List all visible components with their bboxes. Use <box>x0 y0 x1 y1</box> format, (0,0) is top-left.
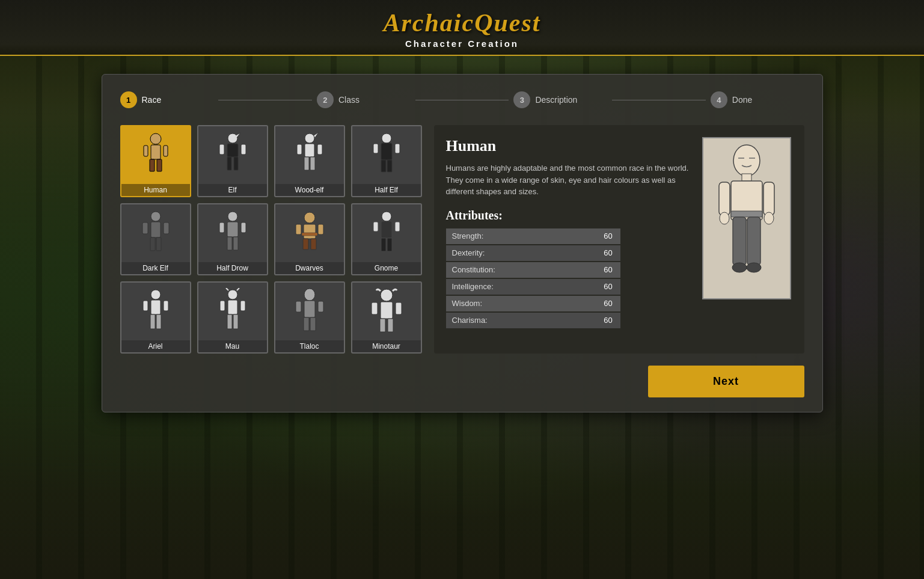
svg-point-67 <box>381 289 393 301</box>
race-label-human: Human <box>121 184 190 196</box>
step-3: 3 Description <box>513 91 607 108</box>
race-card-gnome[interactable]: Gnome <box>351 203 422 275</box>
svg-rect-11 <box>241 144 246 155</box>
race-label-mau: Mau <box>198 340 267 352</box>
race-image-ariel <box>121 283 190 340</box>
svg-rect-23 <box>395 144 400 153</box>
svg-rect-69 <box>380 319 385 332</box>
race-image-elf <box>198 126 267 184</box>
svg-rect-53 <box>143 301 148 311</box>
svg-rect-39 <box>311 239 316 250</box>
svg-rect-50 <box>151 300 161 314</box>
step-circle-1: 1 <box>120 91 137 108</box>
app-title: ArchaicQuest <box>0 8 924 37</box>
svg-rect-19 <box>381 143 392 160</box>
race-card-human[interactable]: Human <box>120 125 191 197</box>
creation-panel: 1 Race 2 Class 3 Description 4 Done <box>102 74 823 412</box>
race-card-tlaloc[interactable]: Tlaloc <box>274 281 345 354</box>
race-label-ariel: Ariel <box>121 340 190 352</box>
race-image-dwarves <box>275 204 344 262</box>
svg-rect-14 <box>304 157 309 170</box>
attr-value-0: 60 <box>596 228 620 244</box>
svg-point-36 <box>304 212 315 223</box>
attr-item-1: Dexterity:60 <box>446 245 620 261</box>
svg-rect-46 <box>387 238 392 251</box>
svg-rect-5 <box>164 146 168 156</box>
race-label-gnome: Gnome <box>352 262 421 274</box>
step-label-3: Description <box>535 95 577 105</box>
svg-point-85 <box>747 263 761 272</box>
attr-value-1: 60 <box>596 245 620 261</box>
attr-name-5: Charisma: <box>446 313 596 328</box>
svg-rect-63 <box>304 317 309 331</box>
svg-rect-25 <box>151 222 161 237</box>
step-circle-3: 3 <box>513 91 530 108</box>
main-area: 1 Race 2 Class 3 Description 4 Done <box>0 56 924 430</box>
svg-rect-4 <box>144 146 148 156</box>
race-label-wood-elf: Wood-elf <box>275 184 344 196</box>
svg-point-84 <box>732 263 747 272</box>
info-panel: Human Humans are highly adaptable and th… <box>434 125 804 354</box>
svg-rect-75 <box>742 174 751 181</box>
attributes-grid: Strength:60Dexterity:60Constitution:60In… <box>446 228 620 328</box>
step-label-2: Class <box>338 95 360 105</box>
svg-rect-27 <box>156 237 161 251</box>
svg-rect-37 <box>304 224 316 239</box>
svg-rect-8 <box>227 157 231 170</box>
svg-rect-78 <box>719 182 730 215</box>
race-card-half-drow[interactable]: Half Drow <box>197 203 268 275</box>
attr-item-2: Constitution:60 <box>446 262 620 278</box>
step-4: 4 Done <box>711 91 804 108</box>
svg-rect-65 <box>296 301 301 312</box>
svg-rect-79 <box>763 182 774 215</box>
race-card-dark-elf[interactable]: Dark Elf <box>120 203 191 275</box>
svg-point-61 <box>304 289 315 301</box>
step-circle-4: 4 <box>711 91 727 108</box>
svg-rect-59 <box>220 301 225 311</box>
race-card-minotaur[interactable]: Minotaur <box>351 281 422 354</box>
race-card-dwarves[interactable]: Dwarves <box>274 203 345 275</box>
svg-rect-64 <box>310 317 316 331</box>
svg-rect-35 <box>241 222 246 233</box>
race-image-half-elf <box>352 126 421 184</box>
svg-rect-2 <box>150 159 155 171</box>
attr-name-4: Wisdom: <box>446 296 596 311</box>
svg-rect-42 <box>302 233 317 236</box>
race-card-mau[interactable]: Mau <box>197 281 268 354</box>
header: ArchaicQuest Character Creation <box>0 0 924 56</box>
svg-point-43 <box>382 212 391 221</box>
svg-rect-32 <box>227 237 232 250</box>
steps-bar: 1 Race 2 Class 3 Description 4 Done <box>120 91 804 108</box>
svg-rect-68 <box>381 302 393 319</box>
svg-rect-33 <box>233 237 238 250</box>
step-line-3 <box>612 100 706 100</box>
race-card-ariel[interactable]: Ariel <box>120 281 191 354</box>
svg-rect-41 <box>318 224 323 234</box>
svg-rect-38 <box>303 239 308 250</box>
race-card-wood-elf[interactable]: Wood-elf <box>274 125 345 197</box>
race-image-half-drow <box>198 204 267 262</box>
step-circle-2: 2 <box>317 91 334 108</box>
svg-rect-45 <box>381 238 386 251</box>
race-image-human <box>121 126 190 184</box>
svg-rect-48 <box>395 222 400 231</box>
svg-rect-56 <box>228 300 237 314</box>
svg-rect-10 <box>219 144 224 155</box>
race-description: Humans are highly adaptable and the most… <box>446 162 693 198</box>
svg-rect-72 <box>396 302 402 314</box>
svg-rect-13 <box>305 144 314 157</box>
svg-rect-70 <box>388 319 393 332</box>
race-label-dwarves: Dwarves <box>275 262 344 274</box>
svg-rect-1 <box>151 145 161 159</box>
race-card-half-elf[interactable]: Half Elf <box>351 125 422 197</box>
race-label-half-elf: Half Elf <box>352 184 421 196</box>
svg-point-80 <box>720 212 729 224</box>
attr-value-5: 60 <box>596 313 620 328</box>
svg-rect-52 <box>156 314 161 329</box>
svg-rect-20 <box>381 160 386 172</box>
next-button[interactable]: Next <box>648 366 804 397</box>
svg-point-81 <box>764 212 774 224</box>
svg-rect-62 <box>304 301 315 317</box>
race-card-elf[interactable]: Elf <box>197 125 268 197</box>
svg-rect-16 <box>297 144 302 155</box>
